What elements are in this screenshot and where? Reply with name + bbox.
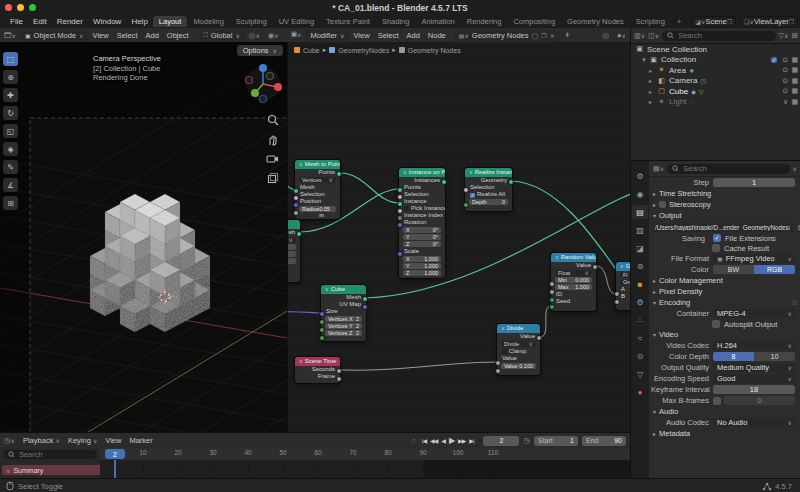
timeline-search[interactable] bbox=[3, 450, 97, 459]
socket-depth-in[interactable] bbox=[463, 202, 469, 208]
view-menu[interactable]: View bbox=[101, 436, 125, 445]
viewport-3d[interactable]: Options∨ Camera Perspective [2] Collecti… bbox=[0, 42, 287, 432]
outliner-search-input[interactable] bbox=[676, 30, 770, 41]
socket-value-out[interactable] bbox=[536, 335, 542, 341]
socket-position-in[interactable] bbox=[293, 202, 299, 208]
socket-selection-in[interactable] bbox=[293, 195, 299, 201]
tab-texture-paint[interactable]: Texture Paint bbox=[320, 16, 376, 27]
editor-type-timeline-icon[interactable]: ◷∨ bbox=[0, 436, 19, 445]
socket-geometry-out[interactable] bbox=[508, 179, 514, 185]
node-realize-instances[interactable]: ∨Realize Instances Geometry Selection ✓R… bbox=[465, 168, 512, 211]
new-data-icon[interactable]: ❐ bbox=[541, 32, 546, 39]
panel-time-stretching[interactable]: ▸Time Stretching bbox=[649, 188, 800, 199]
snapping-icon[interactable]: ◎ bbox=[599, 31, 614, 40]
socket-size-in[interactable] bbox=[319, 311, 325, 317]
tab-compositing[interactable]: Compositing bbox=[507, 16, 561, 27]
socket-vertices-z-in[interactable] bbox=[319, 335, 325, 341]
camera-visibility-icon[interactable]: ▦ bbox=[791, 98, 798, 106]
current-frame-field[interactable]: 2 bbox=[483, 436, 519, 446]
panel-stereoscopy[interactable]: ▸Stereoscopy bbox=[649, 199, 800, 210]
color-mode-segment[interactable]: BW RGB bbox=[713, 265, 795, 274]
panel-output[interactable]: ▾Output bbox=[649, 210, 800, 221]
outliner-row-camera[interactable]: ▸ ◧ Camera ◳ ⊙ ▦ bbox=[631, 76, 800, 87]
autosplit-checkbox[interactable] bbox=[712, 320, 720, 328]
color-depth-segment[interactable]: 8 10 bbox=[713, 352, 795, 361]
expand-icon[interactable]: ▼ bbox=[641, 57, 649, 63]
socket-scale-in[interactable] bbox=[397, 251, 403, 257]
scene-selector[interactable]: ◪∨ Scene ❐ bbox=[691, 16, 736, 28]
realize-all-checkbox[interactable]: ✓ bbox=[470, 193, 475, 198]
editor-type-nodes-icon[interactable]: 🞕∨ bbox=[287, 30, 305, 40]
hide-eye-icon[interactable]: ⊙ bbox=[782, 56, 788, 64]
tab-sculpting[interactable]: Sculpting bbox=[230, 16, 273, 27]
panel-encoding[interactable]: ▾Encoding⁝⁝ bbox=[649, 297, 800, 308]
outliner-filter-dropdown-icon[interactable]: ◫∨ bbox=[648, 32, 659, 40]
timeline-search-input[interactable] bbox=[17, 449, 92, 460]
panel-video[interactable]: ▾Video bbox=[649, 329, 800, 340]
select-menu[interactable]: Select bbox=[113, 31, 142, 40]
socket-max-in[interactable] bbox=[549, 289, 555, 295]
socket-instance-in[interactable] bbox=[397, 201, 403, 207]
tool-rotate[interactable]: ↻ bbox=[3, 106, 18, 120]
viewlayer-selector[interactable]: ❏∨ ViewLayer ❐ bbox=[740, 16, 798, 28]
auto-keying-icon[interactable]: ○ bbox=[407, 436, 420, 445]
panel-color-management[interactable]: ▸Color Management bbox=[649, 275, 800, 286]
properties-options-icon[interactable]: ∨ bbox=[793, 165, 797, 172]
socket-value2-in[interactable] bbox=[495, 368, 501, 374]
step-field[interactable]: 1 bbox=[713, 178, 795, 187]
output-path-field[interactable]: /Users/hayashinaoki/D...ender_GeometryNo… bbox=[651, 223, 794, 232]
tab-object[interactable]: ■ bbox=[632, 277, 648, 291]
geometry-node-editor[interactable]: Cube▸ GeometryNodes▸ Geometry Nodes ∨Mes… bbox=[287, 42, 631, 432]
tab-constraints[interactable]: ⊝ bbox=[632, 349, 648, 363]
socket-value-in[interactable] bbox=[495, 360, 501, 366]
cache-result-checkbox[interactable] bbox=[712, 244, 720, 252]
snap-magnet-icon[interactable]: ◎∨ bbox=[245, 31, 264, 40]
panel-pixel-density[interactable]: ▸Pixel Density bbox=[649, 286, 800, 297]
node-cube[interactable]: ∨Cube Mesh UV Map Size Vertices X2 Verti… bbox=[321, 285, 366, 341]
add-menu[interactable]: Add bbox=[142, 31, 163, 40]
max-b-frames-checkbox[interactable] bbox=[713, 397, 721, 405]
toggle-ortho-icon[interactable] bbox=[267, 172, 279, 184]
outliner-row-cube[interactable]: ▸ ▢ Cube ◆ ▽ ⊙ ▦ bbox=[631, 86, 800, 97]
hide-eye-icon[interactable]: ⊙ bbox=[782, 77, 788, 85]
new-scene-icon[interactable]: ❐ bbox=[727, 18, 732, 25]
node-partial-left[interactable]: ∨ Mesh ∨ bbox=[287, 220, 300, 282]
panel-audio[interactable]: ▾Audio bbox=[649, 406, 800, 417]
file-format-dropdown[interactable]: ▣ FFmpeg Video∨ bbox=[713, 254, 795, 263]
view-menu[interactable]: View bbox=[89, 31, 113, 40]
color-rgb-option[interactable]: RGB bbox=[754, 265, 795, 274]
frame-end-field[interactable]: End90 bbox=[582, 436, 626, 446]
properties-search-input[interactable] bbox=[681, 163, 784, 174]
socket-instance-index-in[interactable] bbox=[397, 215, 403, 221]
pick-instance-checkbox[interactable] bbox=[404, 206, 409, 211]
properties-context-icon[interactable]: ▤∨ bbox=[653, 165, 664, 173]
socket-seconds-out[interactable] bbox=[336, 368, 342, 374]
zoom-icon[interactable] bbox=[267, 114, 279, 126]
play-reverse-button[interactable]: ◀ bbox=[439, 437, 447, 444]
node-scene-time[interactable]: ∨Scene Time Seconds Frame bbox=[295, 357, 340, 383]
menu-window[interactable]: Window bbox=[88, 17, 126, 26]
tab-shading[interactable]: Shading bbox=[376, 16, 416, 27]
file-extensions-checkbox[interactable]: ✓ bbox=[713, 234, 721, 242]
depth-10-option[interactable]: 10 bbox=[754, 352, 795, 361]
socket-vertices-x-in[interactable] bbox=[319, 319, 325, 325]
socket-seed-in[interactable] bbox=[549, 304, 555, 310]
socket-instances-out[interactable] bbox=[441, 179, 447, 185]
node-partial-compare[interactable]: ∨Grea Fl Grea A B bbox=[616, 262, 631, 310]
keyframe-interval-field[interactable]: 18 bbox=[713, 385, 795, 394]
camera-view-icon[interactable] bbox=[266, 154, 279, 164]
socket-points-out[interactable] bbox=[336, 171, 342, 177]
node-instance-on-points[interactable]: ∨Instance on Points Instances Points Sel… bbox=[399, 168, 445, 278]
video-codec-dropdown[interactable]: H.264∨ bbox=[713, 341, 795, 350]
tab-object-data[interactable]: ▽ bbox=[632, 367, 648, 381]
menu-edit[interactable]: Edit bbox=[28, 17, 52, 26]
display-mode-icon[interactable]: ▥∨ bbox=[634, 32, 645, 40]
tab-modeling[interactable]: Modeling bbox=[187, 16, 229, 27]
node-tree-type-dropdown[interactable]: Modifier∨ bbox=[305, 30, 349, 41]
timeline-ruler[interactable]: 10 20 30 40 50 60 70 80 90 100 110 bbox=[100, 448, 630, 460]
stereoscopy-checkbox[interactable] bbox=[659, 201, 666, 208]
socket-uvmap-out[interactable] bbox=[362, 304, 368, 310]
tool-cursor[interactable]: ⊕ bbox=[3, 70, 18, 84]
mode-dropdown[interactable]: ▣ Object Mode∨ bbox=[20, 30, 89, 41]
tool-scale[interactable]: ◱ bbox=[3, 124, 18, 138]
